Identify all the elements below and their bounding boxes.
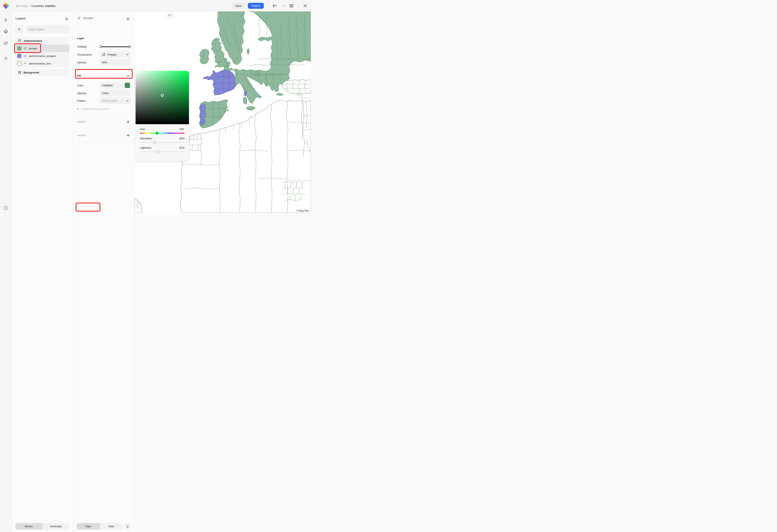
close-icon[interactable]: [302, 3, 308, 9]
saturation-slider[interactable]: [140, 142, 185, 143]
group-label: Background: [23, 71, 39, 74]
visualization-select[interactable]: Polygon: [100, 51, 131, 58]
layer-label-europe: europe: [29, 47, 37, 50]
pattern-label: Pattern: [77, 99, 86, 102]
layer-search-input[interactable]: [25, 25, 70, 33]
add-layer-button[interactable]: +: [15, 25, 23, 33]
polygon-icon: [102, 53, 106, 56]
undo-arrow-icon[interactable]: [272, 3, 278, 9]
group-header-administrative[interactable]: Administrative: [15, 37, 69, 44]
map-attribution[interactable]: © MapTiler: [297, 209, 309, 212]
fill-color-value: #468B5C: [102, 84, 113, 87]
color-picker-handle[interactable]: [161, 94, 164, 97]
advanced-fill-properties-toggle[interactable]: Advanced fill properties: [78, 108, 109, 111]
tool-rail: ?: [0, 12, 12, 213]
maptiler-logo-icon[interactable]: [3, 2, 9, 9]
save-button[interactable]: Save: [232, 3, 245, 9]
group-label: Administrative: [23, 39, 42, 42]
layers-panel-title: Layers: [15, 16, 26, 20]
editor-layer-title: europe: [83, 16, 93, 20]
saturation-label: Saturation: [140, 137, 152, 140]
color-picker-popup: Hue 139° Saturation 33% Lightness 41%: [135, 71, 189, 161]
fill-color-swatch[interactable]: [125, 83, 130, 88]
breadcrumb-parent[interactable]: My maps: [16, 4, 28, 8]
add-layout-icon[interactable]: [126, 133, 130, 138]
hue-value: 139°: [179, 128, 185, 131]
hue-slider-handle[interactable]: [156, 132, 159, 135]
quick-actions-icon[interactable]: [2, 16, 10, 24]
section-outline: Outline: [77, 120, 86, 123]
layer-opacity-label: Opacity: [77, 61, 86, 64]
breadcrumb: My maps / Countries Satellite: [16, 0, 56, 12]
breadcrumb-separator: /: [29, 4, 30, 8]
saturation-value-area[interactable]: [135, 71, 189, 124]
plugins-puzzle-icon[interactable]: [2, 54, 10, 62]
layer-group-background[interactable]: Background: [15, 69, 69, 76]
layers-panel-icon[interactable]: [2, 28, 10, 35]
layer-group-administrative: Administrative europe administrative_pol…: [15, 37, 69, 67]
visibility-range-slider[interactable]: [100, 45, 131, 48]
layer-row-europe[interactable]: europe: [15, 44, 69, 52]
visibility-min-handle[interactable]: [100, 45, 102, 48]
help-icon[interactable]: ?: [2, 204, 10, 212]
advanced-fill-label: Advanced fill properties: [81, 108, 109, 111]
line-icon: [23, 62, 27, 65]
visualization-label: Visualization: [77, 53, 92, 56]
layer-label-admin-line: administrative_line: [29, 62, 51, 65]
svg-text:?: ?: [5, 207, 7, 210]
visualization-value: Polygon: [107, 53, 117, 56]
fill-color-input[interactable]: #468B5C: [100, 82, 131, 89]
divider: [77, 142, 131, 142]
layer-opacity-value: 60%: [102, 61, 107, 64]
pattern-select[interactable]: Select option: [100, 98, 131, 104]
lightness-slider[interactable]: [140, 151, 185, 152]
publish-button[interactable]: Publish: [248, 3, 264, 9]
layer-row-administrative-polygon[interactable]: administrative_polygon: [15, 52, 69, 60]
chevron-down-icon: [126, 100, 128, 102]
redo-arrow-icon[interactable]: [280, 3, 286, 9]
add-outline-icon[interactable]: [126, 120, 130, 124]
polygon-icon: [77, 16, 81, 20]
lightness-label: Lightness: [140, 146, 151, 149]
layer-label-admin-polygon: administrative_polygon: [29, 54, 56, 57]
triangle-right-icon: [78, 108, 79, 110]
editor-close-icon[interactable]: [125, 16, 131, 21]
fill-opacity-label: Opacity: [77, 92, 86, 95]
section-layer: Layer: [77, 37, 84, 40]
collapse-fill-icon[interactable]: [126, 74, 130, 78]
background-frame-icon: [18, 71, 21, 74]
lightness-value: 41%: [179, 146, 185, 149]
divider: [77, 114, 131, 115]
polygon-icon: [23, 47, 27, 50]
chevron-down-icon: [126, 54, 128, 55]
layer-editor-panel: europe Layer Visibility Visualization Po…: [73, 12, 134, 213]
visibility-max-handle[interactable]: [128, 45, 131, 48]
visibility-label: Visibility: [77, 45, 87, 48]
layer-row-administrative-line[interactable]: administrative_line: [15, 60, 69, 67]
layers-panel: Layers + Administrative europe administr…: [12, 12, 73, 213]
top-bar: My maps / Countries Satellite Save Publi…: [0, 0, 311, 12]
hue-label: Hue: [140, 128, 145, 131]
saturation-value: 33%: [179, 137, 185, 140]
pattern-placeholder: Select option: [102, 99, 117, 102]
layer-opacity-input[interactable]: 60%: [100, 59, 131, 65]
saturation-slider-handle[interactable]: [153, 141, 156, 144]
section-fill: Fill: [77, 74, 81, 77]
section-layout: Layout: [77, 134, 86, 137]
hue-slider[interactable]: [140, 133, 185, 134]
fill-opacity-input[interactable]: 100%: [100, 90, 131, 96]
fill-color-label: Color: [77, 84, 83, 87]
europe-color-swatch[interactable]: [17, 46, 21, 50]
polygon-icon: [23, 54, 27, 57]
admin-polygon-color-swatch[interactable]: [17, 54, 21, 58]
map-title: Countries Satellite: [31, 4, 56, 8]
lightness-slider-handle[interactable]: [157, 150, 160, 153]
layers-close-icon[interactable]: [64, 16, 69, 21]
settings-sliders-icon[interactable]: [2, 39, 10, 47]
menu-icon[interactable]: [289, 3, 294, 9]
fill-opacity-value: 100%: [102, 92, 109, 95]
toolbar-divider: [298, 3, 299, 9]
flag-icon: [18, 39, 21, 42]
admin-line-color-swatch[interactable]: [17, 61, 21, 66]
zoom-level-indicator[interactable]: 2.7: [166, 12, 174, 18]
